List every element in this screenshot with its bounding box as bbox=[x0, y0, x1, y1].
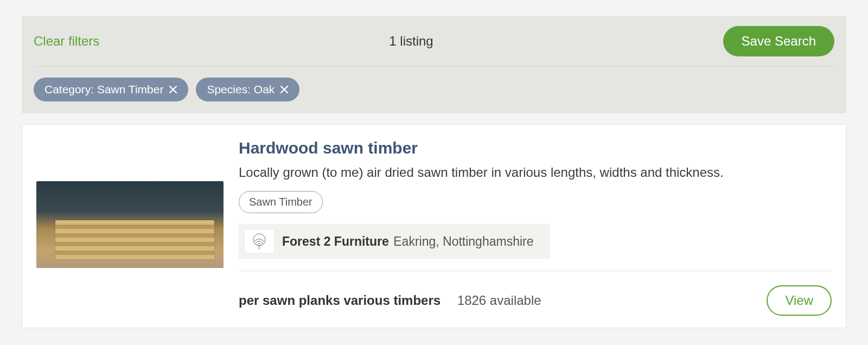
view-button[interactable]: View bbox=[767, 285, 832, 316]
listing-body: Hardwood sawn timber Locally grown (to m… bbox=[239, 139, 832, 316]
listing-footer: per sawn planks various timbers 1826 ava… bbox=[239, 271, 832, 316]
filter-chip-label: Species: Oak bbox=[207, 83, 275, 96]
listing-thumbnail[interactable] bbox=[36, 181, 224, 268]
filter-chip-species: Species: Oak bbox=[196, 78, 299, 101]
filter-chip-category: Category: Sawn Timber bbox=[34, 78, 188, 101]
seller-panel[interactable]: Forest 2 Furniture Eakring, Nottinghamsh… bbox=[239, 224, 550, 259]
seller-name: Forest 2 Furniture bbox=[282, 234, 389, 248]
save-search-button[interactable]: Save Search bbox=[723, 26, 834, 56]
listing-title[interactable]: Hardwood sawn timber bbox=[239, 139, 832, 157]
price-line: per sawn planks various timbers 1826 ava… bbox=[239, 293, 541, 308]
price-unit: per sawn planks various timbers bbox=[239, 293, 441, 308]
seller-location: Eakring, Nottinghamshire bbox=[393, 234, 533, 248]
filter-chip-label: Category: Sawn Timber bbox=[44, 83, 163, 96]
tree-icon bbox=[244, 229, 275, 253]
listing-description: Locally grown (to me) air dried sawn tim… bbox=[239, 165, 832, 180]
listing-category-tag[interactable]: Sawn Timber bbox=[239, 191, 323, 213]
filter-top-row: Clear filters 1 listing Save Search bbox=[34, 26, 834, 67]
svg-point-0 bbox=[253, 234, 265, 246]
listing-count: 1 listing bbox=[389, 34, 433, 49]
listing-card: Hardwood sawn timber Locally grown (to m… bbox=[22, 124, 846, 328]
close-icon[interactable] bbox=[169, 85, 177, 94]
filter-chips: Category: Sawn Timber Species: Oak bbox=[34, 67, 834, 101]
availability: 1826 available bbox=[457, 293, 541, 308]
clear-filters-link[interactable]: Clear filters bbox=[34, 34, 99, 49]
close-icon[interactable] bbox=[280, 85, 289, 94]
filter-bar: Clear filters 1 listing Save Search Cate… bbox=[22, 16, 846, 113]
